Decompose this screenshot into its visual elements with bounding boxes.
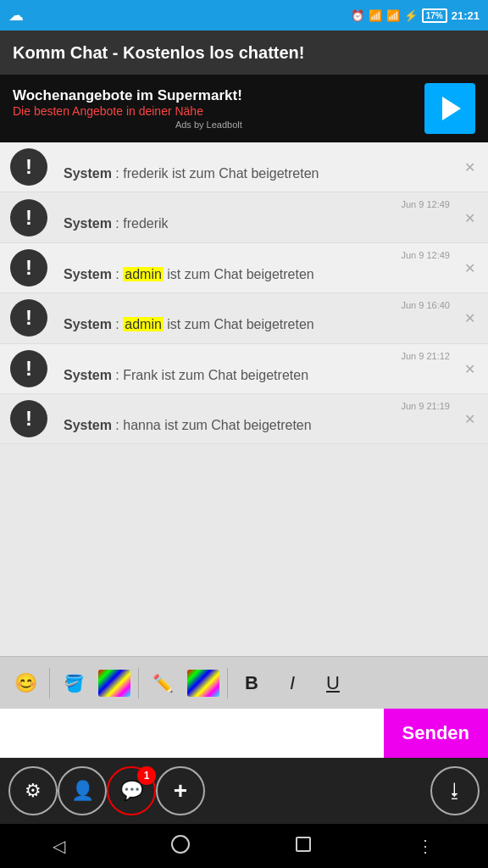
wifi-icon: 📶 (369, 9, 382, 22)
bottom-nav: ⚙ 👤 💬 1 + ⭳ (0, 758, 488, 824)
more-options-button[interactable]: ⋮ (400, 829, 452, 863)
message-timestamp: Jun 9 21:19 (402, 401, 451, 411)
pencil-icon: ✏️ (152, 673, 174, 693)
bold-button[interactable]: B (233, 665, 270, 702)
send-button[interactable]: Senden (384, 709, 488, 758)
color-gradient-icon (98, 670, 130, 697)
signal-icon: 📶 (386, 9, 400, 22)
message-text: System : hanna ist zum Chat beigetreten (64, 403, 450, 435)
profile-button[interactable]: 👤 (58, 766, 107, 815)
chat-button[interactable]: 💬 1 (107, 766, 156, 815)
message-text: System : admin ist zum Chat beigetreten (64, 252, 450, 284)
back-button[interactable]: ◁ (36, 829, 82, 863)
play-icon (442, 97, 461, 120)
message-timestamp: Jun 9 21:12 (402, 351, 451, 361)
input-row: Senden (0, 709, 488, 758)
toolbar-separator (49, 668, 50, 698)
message-text: System : frederik (64, 201, 450, 233)
text-color-swatch[interactable] (185, 665, 222, 702)
message-text: System : frederik ist zum Chat beigetret… (64, 151, 450, 183)
status-bar: ☁ ⏰ 📶 📶 ⚡ 17% 21:21 (0, 0, 488, 31)
back-arrow-icon: ◁ (53, 837, 65, 855)
add-button[interactable]: + (156, 766, 205, 815)
settings-button[interactable]: ⚙ (8, 766, 58, 815)
chat-message: ! ✕ System : frederik ist zum Chat beige… (0, 142, 488, 192)
message-input[interactable] (0, 709, 384, 758)
system-icon: ! (10, 199, 47, 236)
home-button[interactable] (154, 828, 207, 865)
profile-icon: 👤 (71, 780, 94, 802)
formatting-toolbar: 😊 🪣 ✏️ B I U (0, 656, 488, 709)
battery-indicator: 17% (422, 8, 447, 23)
delete-message-button[interactable]: ✕ (464, 360, 475, 376)
message-text: System : Frank ist zum Chat beigetreten (64, 353, 450, 385)
recents-button[interactable] (279, 830, 328, 863)
ad-title: Wochenangebote im Supermarkt! (13, 87, 242, 104)
delete-message-button[interactable]: ✕ (464, 411, 475, 427)
ad-play-button[interactable] (424, 83, 475, 134)
chat-message: Jun 9 12:49 ! ✕ System : admin ist zum C… (0, 243, 488, 293)
chat-icon: 💬 (120, 780, 143, 802)
app-title: Komm Chat - Kostenlos los chatten! (13, 43, 304, 63)
bucket-icon: 🪣 (64, 673, 85, 693)
bg-color-swatch-1[interactable] (96, 665, 133, 702)
toolbar-separator (138, 668, 139, 698)
system-icon: ! (10, 299, 47, 337)
chat-message: Jun 9 21:19 ! ✕ System : hanna ist zum C… (0, 394, 488, 444)
ad-banner[interactable]: Wochenangebote im Supermarkt! Die besten… (0, 75, 488, 142)
emoji-icon: 😊 (14, 672, 37, 694)
emoji-button[interactable]: 😊 (7, 665, 44, 702)
chat-message: Jun 9 16:40 ! ✕ System : admin ist zum C… (0, 293, 488, 343)
message-timestamp: Jun 9 16:40 (402, 300, 451, 310)
app-header: Komm Chat - Kostenlos los chatten! (0, 31, 488, 75)
alarm-icon: ⏰ (351, 9, 364, 22)
chat-message: Jun 9 21:12 ! ✕ System : Frank ist zum C… (0, 344, 488, 394)
delete-message-button[interactable]: ✕ (464, 209, 475, 225)
status-right: ⏰ 📶 📶 ⚡ 17% 21:21 (351, 8, 480, 23)
notification-badge: 1 (137, 766, 156, 785)
system-icon: ! (10, 148, 47, 186)
system-icon: ! (10, 400, 47, 437)
italic-button[interactable]: I (274, 665, 311, 702)
export-button[interactable]: ⭳ (430, 766, 480, 815)
ad-subtitle: Die besten Angebote in deiner Nähe (13, 104, 242, 118)
ad-text: Wochenangebote im Supermarkt! Die besten… (13, 87, 242, 130)
ad-source: Ads by Leadbolt (13, 120, 242, 130)
bolt-icon: ⚡ (404, 9, 418, 22)
settings-icon: ⚙ (25, 780, 42, 802)
android-nav-bar: ◁ ⋮ (0, 824, 488, 868)
underline-button[interactable]: U (314, 665, 352, 702)
chat-message: Jun 9 12:49 ! ✕ System : frederik (0, 192, 488, 242)
highlighted-name: admin (123, 317, 164, 331)
highlighted-name: admin (123, 267, 164, 281)
toolbar-separator (227, 668, 228, 698)
system-icon: ! (10, 350, 47, 387)
message-timestamp: Jun 9 12:49 (402, 250, 451, 260)
recents-icon (296, 837, 311, 852)
delete-message-button[interactable]: ✕ (464, 259, 475, 275)
dots-icon: ⋮ (417, 837, 435, 855)
add-icon: + (174, 777, 187, 804)
export-icon: ⭳ (446, 780, 464, 802)
status-left: ☁ (8, 6, 24, 25)
chat-area: ! ✕ System : frederik ist zum Chat beige… (0, 142, 488, 656)
pencil-button[interactable]: ✏️ (144, 665, 181, 702)
cloud-icon: ☁ (8, 6, 24, 25)
delete-message-button[interactable]: ✕ (464, 159, 475, 175)
clock: 21:21 (452, 9, 480, 22)
message-text: System : admin ist zum Chat beigetreten (64, 302, 450, 334)
message-timestamp: Jun 9 12:49 (402, 199, 451, 209)
text-color-gradient-icon (187, 670, 219, 697)
delete-message-button[interactable]: ✕ (464, 310, 475, 326)
bucket-button[interactable]: 🪣 (55, 665, 92, 702)
system-icon: ! (10, 249, 47, 287)
home-icon (171, 835, 190, 854)
